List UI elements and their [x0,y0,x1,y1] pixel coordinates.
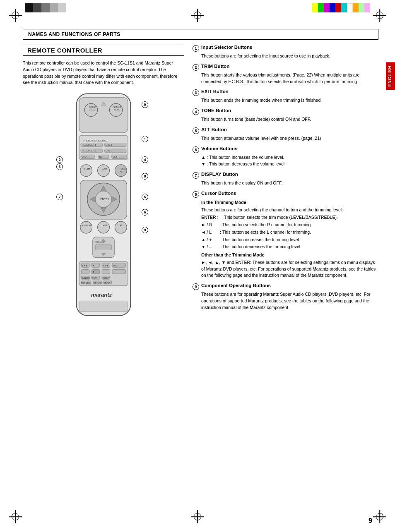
section-8: 8 Cursor Buttons In the Trimming Mode Th… [193,191,378,279]
section-2: 2 TRIM Button This button starts the var… [193,64,378,85]
svg-text:DISPLAY: DISPLAY [82,224,92,227]
svg-text:PHONO  BALANCED  CD: PHONO BALANCED CD [84,139,108,142]
svg-rect-50 [95,244,111,250]
two-col-layout: REMOTE CONTROLLER This remote controller… [23,45,378,318]
svg-text:TOP MENU: TOP MENU [81,282,91,284]
section-3-title: EXIT Button [201,89,229,94]
color-bars-left [25,3,66,12]
svg-text:TRIM: TRIM [84,168,90,170]
badge-9-top: 9 [142,101,148,108]
section-9-num: 9 [193,283,199,290]
svg-text:TONE: TONE [119,168,126,170]
section-6-num: 6 [193,146,199,153]
svg-text:SCAN: SCAN [92,277,98,279]
volume-bullet-down: ▼ : This button decreases the volume lev… [201,161,378,168]
svg-text:RECORDER 2: RECORDER 2 [82,149,96,152]
other-mode-content: ►, ◄, ▲, ▼ and ENTER: These buttons are … [201,259,378,279]
section-8-num: 8 [193,191,199,198]
main-content: NAMES AND FUNCTIONS OF PARTS REMOTE CONT… [23,29,378,507]
rc-description: This remote controller can be used to co… [23,60,184,86]
section-8-title: Cursor Buttons [201,191,236,196]
section-3-header: 3 EXIT Button [193,89,378,96]
section-9-title: Component Operating Buttons [201,283,271,288]
section-1-num: 1 [193,45,199,52]
section-7-header: 7 DISPLAY Button [193,172,378,179]
reg-mark-tl [12,12,19,19]
language-tab: ENGLISH [386,62,395,90]
volume-down-text: ▼ : This button decreases the volume lev… [201,161,286,168]
svg-text:LINE 2: LINE 2 [106,149,112,152]
svg-text:DVD: DVD [82,156,87,158]
section-6-body: ▲ : This button increases the volume lev… [201,154,378,168]
reg-mark-br [376,513,383,520]
section-5-body: This button attenuates volume level with… [201,135,378,142]
reg-mark-tc [194,12,201,19]
header-title: NAMES AND FUNCTIONS OF PARTS [28,31,120,37]
svg-text:►|: ►| [93,264,96,267]
section-7-num: 7 [193,172,199,179]
svg-text:DISP: DISP [113,264,119,267]
section-3: 3 EXIT Button This button ends the trimm… [193,89,378,104]
section-7: 7 DISPLAY Button This button turns the d… [193,172,378,187]
volume-bullet-up: ▲ : This button increases the volume lev… [201,154,378,161]
section-3-body: This button ends the trimming mode when … [201,97,378,104]
badge-2: 2 [56,156,63,163]
section-4-header: 4 TONE Button [193,108,378,115]
svg-rect-63 [102,270,110,274]
svg-point-27 [98,165,110,177]
section-6-header: 6 Volume Buttons [193,146,378,153]
svg-text:NET: NET [99,156,104,158]
svg-text:RANDOM: RANDOM [82,277,90,279]
minus-row: ▼ / – : This button decreases the trimmi… [201,244,378,250]
rc-title: REMOTE CONTROLLER [27,47,102,54]
section-9-body: These buttons are for operating Marantz … [201,291,378,311]
section-4: 4 TONE Button This button turns tone (ba… [193,108,378,123]
svg-text:◄◄►: ◄◄► [102,264,109,267]
section-1-body: These buttons are for selecting the inpu… [201,53,378,60]
trimming-mode-head: In the Trimming Mode [201,199,378,206]
section-7-title: DISPLAY Button [201,172,238,177]
section-8-body: In the Trimming Mode These buttons are f… [201,199,378,279]
plus-row: ▲ / + : This button increases the trimmi… [201,237,378,243]
section-4-title: TONE Button [201,108,231,113]
section-1-title: Input Selector Buttons [201,45,252,50]
section-2-header: 2 TRIM Button [193,64,378,71]
svg-rect-60 [81,270,89,274]
section-5-header: 5 ATT Button [193,127,378,134]
svg-text:RECORDER 1: RECORDER 1 [82,144,96,146]
remote-image-area: 9 1 2 3 4 8 7 5 6 [23,91,184,318]
badge-5: 5 [142,194,148,200]
svg-text:RETURN: RETURN [94,282,101,284]
svg-rect-64 [112,270,126,274]
svg-point-40 [80,221,92,233]
svg-text:LINE 1: LINE 1 [106,144,112,146]
section-6: 6 Volume Buttons ▲ : This button increas… [193,146,378,168]
rc-title-box: REMOTE CONTROLLER [23,45,184,56]
badge-1: 1 [142,136,148,142]
svg-text:ENTER: ENTER [100,198,109,201]
svg-text:marantz: marantz [91,292,112,298]
section-2-num: 2 [193,64,199,71]
svg-text:|◄◄: |◄◄ [82,264,87,267]
color-bars-right [312,3,370,12]
svg-rect-78 [79,301,128,312]
section-4-body: This button turns tone (bass /treble) co… [201,116,378,123]
section-1: 1 Input Selector Buttons These buttons a… [193,45,378,60]
section-7-body: This button turns the display ON and OFF… [201,180,378,187]
badge-4: 4 [142,156,148,163]
reg-mark-tr [376,12,383,19]
left-column: REMOTE CONTROLLER This remote controller… [23,45,184,318]
trimming-mode-content: These buttons are for selecting the chan… [201,207,378,213]
header-box: NAMES AND FUNCTIONS OF PARTS [23,29,378,40]
svg-text:■: ■ [93,271,94,273]
badge-6: 6 [142,209,148,216]
svg-text:ATT: ATT [120,224,124,227]
section-5-title: ATT Button [201,127,227,132]
section-9-header: 9 Component Operating Buttons [193,283,378,290]
enter-row: ENTER : This button selects the trim mod… [201,214,378,221]
badge-8: 8 [142,173,148,180]
reg-mark-bc [194,513,201,520]
section-2-body: This button starts the various trim adju… [201,72,378,85]
svg-point-44 [115,221,127,233]
section-2-title: TRIM Button [201,64,229,69]
